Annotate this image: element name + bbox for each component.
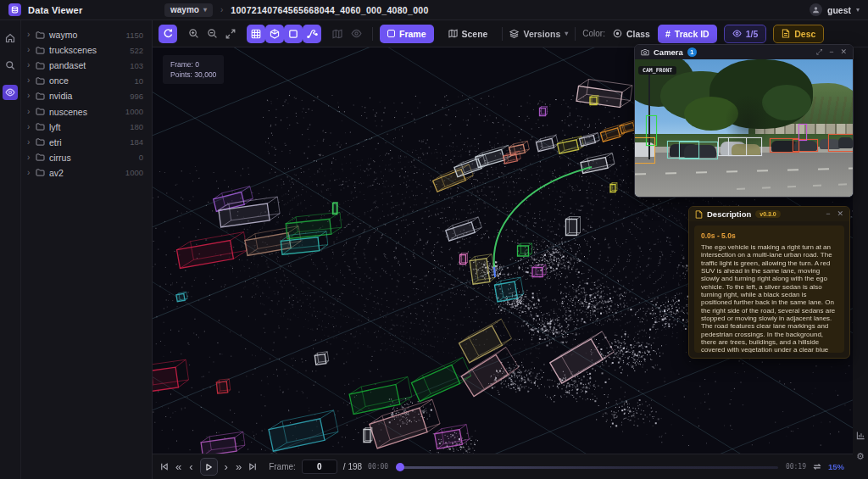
dataset-name: cirrus xyxy=(49,153,71,163)
frame-mode-button[interactable]: Frame xyxy=(380,25,434,43)
bbox-3d[interactable] xyxy=(532,265,546,277)
settings-button[interactable]: ⚙ xyxy=(856,452,865,461)
bbox-3d[interactable] xyxy=(459,319,511,363)
skip-to-end-button[interactable] xyxy=(248,462,258,471)
loop-button[interactable] xyxy=(812,462,822,471)
bbox-3d[interactable] xyxy=(460,253,468,265)
breadcrumb-separator: › xyxy=(220,5,223,14)
sidebar-item-cirrus[interactable]: ›cirrus0 xyxy=(21,150,152,165)
description-panel-header[interactable]: Description v0.3.0 − ✕ xyxy=(689,207,849,221)
bbox-3d[interactable] xyxy=(509,141,530,155)
bbox-3d[interactable] xyxy=(364,428,372,443)
avatar xyxy=(810,3,822,16)
folder-icon xyxy=(36,92,45,100)
bbox-3d[interactable] xyxy=(349,376,412,414)
grid-toggle-button[interactable] xyxy=(247,25,265,43)
stats-button[interactable] xyxy=(856,431,865,440)
sidebar-item-etri[interactable]: ›etri184 xyxy=(21,135,152,150)
color-by-track-id-button[interactable]: # Track ID xyxy=(658,25,717,43)
color-by-class-button[interactable]: Class xyxy=(605,25,658,43)
bbox-3d[interactable] xyxy=(470,254,495,285)
close-icon[interactable]: ✕ xyxy=(840,48,847,56)
bbox-3d[interactable] xyxy=(536,135,558,151)
reset-view-button[interactable] xyxy=(159,25,177,43)
close-icon[interactable]: ✕ xyxy=(837,210,843,218)
bbox-3d[interactable] xyxy=(580,133,600,147)
bbox-3d[interactable] xyxy=(576,79,632,107)
sidebar-item-nuscenes[interactable]: ›nuscenes1000 xyxy=(21,103,152,119)
bbox-3d[interactable] xyxy=(177,232,248,269)
dataset-name: truckscenes xyxy=(49,45,97,55)
trajectory-toggle-button[interactable] xyxy=(303,25,321,43)
user-menu[interactable]: guest ▾ xyxy=(810,3,868,16)
camera-bbox xyxy=(793,139,818,152)
viewer-button[interactable] xyxy=(3,85,18,100)
bbox-3d[interactable] xyxy=(153,359,188,393)
bbox-3d[interactable] xyxy=(333,203,338,214)
bbox-3d[interactable] xyxy=(494,277,523,302)
versions-dropdown[interactable]: Versions ▾ xyxy=(509,29,568,39)
map-toggle-button[interactable] xyxy=(328,25,347,43)
camera-visibility-button[interactable]: 1/5 xyxy=(724,25,767,43)
search-button[interactable] xyxy=(3,58,18,73)
zoom-in-button[interactable] xyxy=(184,25,203,43)
cube-view-button[interactable] xyxy=(265,25,284,43)
timeline-handle[interactable] xyxy=(396,463,404,471)
skip-to-start-button[interactable] xyxy=(159,462,169,471)
expand-icon[interactable]: ⤢ xyxy=(816,48,822,56)
bbox-3d[interactable] xyxy=(566,217,581,236)
previous-frame-button[interactable]: ‹ xyxy=(188,461,193,472)
fit-view-button[interactable] xyxy=(221,25,240,43)
bbox-3d[interactable] xyxy=(610,183,617,192)
sidebar-item-truckscenes[interactable]: ›truckscenes522 xyxy=(21,42,152,58)
dataset-selector[interactable]: waymo ▾ xyxy=(164,3,213,17)
bbox-3d[interactable] xyxy=(581,153,615,174)
bbox-3d[interactable] xyxy=(411,357,470,401)
camera-panel-header[interactable]: Camera 1 ⤢ − ✕ xyxy=(635,45,853,59)
play-button[interactable] xyxy=(200,458,218,476)
scene-mode-button[interactable]: Scene xyxy=(441,25,496,43)
camera-image[interactable]: CAM_FRONT xyxy=(635,59,853,197)
sidebar-item-pandaset[interactable]: ›pandaset103 xyxy=(21,58,152,73)
sidebar-item-lyft[interactable]: ›lyft180 xyxy=(21,120,152,135)
camera-bbox xyxy=(679,142,718,159)
top-bar: Data Viewer waymo ▾ › 100721407645656680… xyxy=(0,0,868,20)
minimize-icon[interactable]: − xyxy=(829,48,833,56)
bbox-3d[interactable] xyxy=(435,425,470,449)
sidebar-item-waymo[interactable]: ›waymo1150 xyxy=(21,27,152,42)
bbox-3d[interactable] xyxy=(269,410,338,451)
dataset-count: 996 xyxy=(130,92,143,101)
dataset-count: 1000 xyxy=(125,168,143,177)
description-toggle-button[interactable]: Desc xyxy=(773,25,824,43)
bbox-3d[interactable] xyxy=(314,352,328,365)
bbox-toggle-button[interactable] xyxy=(284,25,303,43)
zoom-out-button[interactable] xyxy=(203,25,221,43)
fast-rewind-button[interactable]: « xyxy=(175,461,182,472)
bbox-3d[interactable] xyxy=(176,292,187,301)
sidebar-item-nvidia[interactable]: ›nvidia996 xyxy=(21,88,152,103)
dataset-name: nuscenes xyxy=(49,107,87,117)
bbox-3d[interactable] xyxy=(590,96,598,105)
bbox-3d[interactable] xyxy=(216,379,230,393)
bbox-3d[interactable] xyxy=(550,331,614,383)
playback-speed: 15% xyxy=(828,462,844,471)
app-title: Data Viewer xyxy=(28,5,82,15)
next-frame-button[interactable]: › xyxy=(224,461,229,472)
sidebar-item-once[interactable]: ›once10 xyxy=(21,73,152,88)
eye-icon xyxy=(732,29,742,38)
frame-number-input[interactable] xyxy=(302,460,337,474)
minimize-icon[interactable]: − xyxy=(826,210,830,218)
bbox-3d[interactable] xyxy=(446,217,481,241)
app-logo-icon[interactable] xyxy=(8,3,21,16)
timeline-slider[interactable] xyxy=(396,462,778,472)
fast-forward-button[interactable]: » xyxy=(235,461,242,472)
folder-icon xyxy=(36,108,45,115)
expand-chevron-icon: › xyxy=(27,76,35,85)
versions-label: Versions xyxy=(523,29,560,39)
home-button[interactable] xyxy=(3,31,18,46)
bbox-3d[interactable] xyxy=(518,243,532,256)
bbox-3d[interactable] xyxy=(540,107,548,116)
bbox-3d[interactable] xyxy=(201,432,245,454)
sidebar-item-av2[interactable]: ›av21000 xyxy=(21,165,152,181)
visibility-toggle-button[interactable] xyxy=(347,25,365,43)
